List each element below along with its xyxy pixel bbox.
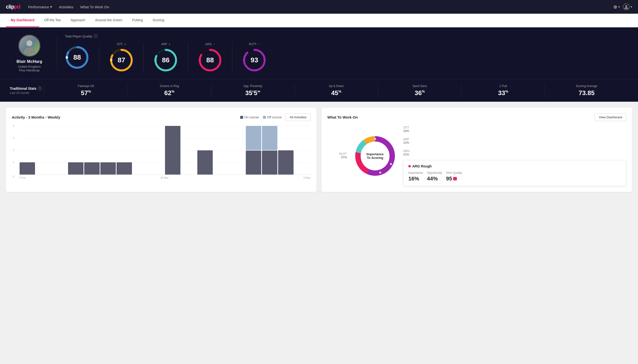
scores-grid: 88 OTT ↗ 87 [65, 42, 628, 72]
bar-group [68, 126, 84, 174]
score-app: APP ↗ 86 [144, 42, 188, 72]
score-value-app: 86 [162, 56, 169, 64]
quality-help-icon[interactable]: ? [94, 34, 98, 38]
score-label-putt: PUTT ↗ [249, 42, 260, 46]
svg-point-23 [374, 138, 376, 140]
svg-point-1 [625, 5, 627, 7]
x-label-3: 9 May [303, 176, 311, 179]
score-label-arg: ARG ↗ [205, 42, 215, 46]
shot-quality-metric: Shot Quality 95 ↓ [446, 171, 462, 182]
bar-on-course [246, 150, 261, 175]
view-dashboard-button[interactable]: View Dashboard [595, 114, 626, 121]
tab-my-dashboard[interactable]: My Dashboard [6, 14, 39, 27]
bar-on-course [117, 162, 132, 174]
nav-performance[interactable]: Performance ▾ [28, 3, 52, 10]
tab-approach[interactable]: Approach [66, 14, 90, 27]
logo[interactable]: clippd [6, 4, 20, 10]
bar-group [165, 126, 180, 174]
x-label-2: 28 Mar [160, 176, 168, 179]
bar-group [262, 126, 277, 174]
on-course-dot [240, 116, 243, 119]
tab-putting[interactable]: Putting [127, 14, 148, 27]
bar-group [84, 126, 100, 174]
score-circle-ott: 87 [109, 48, 134, 72]
tabs-bar: My Dashboard Off the Tee Approach Around… [0, 14, 638, 28]
add-button[interactable]: ⊕ ▾ [613, 4, 620, 10]
bar-on-course [100, 162, 116, 174]
score-ott: OTT ↗ 87 [99, 42, 144, 72]
shot-quality-badge: ↓ [453, 177, 457, 180]
total-quality-label: Total Player Quality ? [65, 34, 628, 38]
score-value-arg: 88 [206, 56, 214, 64]
tab-around-the-green[interactable]: Around the Green [90, 14, 127, 27]
donut-chart: Importance To Scoring [352, 133, 398, 179]
stat-fairways-hit: Fairways Hit 57% [44, 84, 128, 97]
x-label-1: 7 Feb [19, 176, 26, 179]
arg-rough-dot [408, 165, 411, 168]
legend-on-course: On course [240, 116, 259, 119]
score-putt: PUTT ↗ 93 [232, 42, 276, 72]
bar-group [278, 126, 294, 174]
opportunity-metric: Opportunity 44% [427, 171, 442, 182]
tab-off-the-tee[interactable]: Off the Tee [39, 14, 66, 27]
bar-on-course [262, 150, 277, 175]
bar-group [214, 126, 229, 174]
bar-group [197, 126, 213, 174]
donut-left-labels: PUTT 57% [327, 152, 347, 160]
bar-off-course [246, 126, 261, 150]
nav-links: Performance ▾ Activities What To Work On [28, 3, 605, 10]
importance-metric: Importance 16% [408, 171, 423, 182]
donut-right-labels: OTT 10% APP 12% ARG 21% [403, 126, 626, 156]
bar-group [52, 126, 67, 174]
user-menu[interactable]: ▾ [623, 4, 632, 10]
bar-group [149, 126, 164, 174]
score-circle-arg: 88 [198, 48, 222, 72]
ott-donut-label: OTT 10% [403, 126, 626, 133]
chart-legend: On course Off course All Activities [240, 114, 311, 121]
bar-group [181, 126, 196, 174]
ott-trend-icon: ↗ [124, 43, 126, 46]
work-on-title: What To Work On [327, 115, 358, 119]
svg-point-8 [110, 59, 112, 61]
putt-label: PUTT 57% [327, 152, 347, 159]
bottom-panels: Activity - 3 Months - Weekly On course O… [0, 102, 638, 198]
scores-section: Total Player Quality ? 88 OTT ↗ [65, 34, 628, 72]
bar-on-course [20, 162, 35, 174]
top-navigation: clippd Performance ▾ Activities What To … [0, 0, 638, 14]
bar-group [100, 126, 116, 174]
arg-donut-label: ARG 21% [403, 149, 626, 156]
info-metrics: Importance 16% Opportunity 44% Shot Qual… [408, 171, 621, 182]
tab-scoring[interactable]: Scoring [148, 14, 169, 27]
score-label-app: APP ↗ [161, 42, 170, 46]
work-on-header: What To Work On View Dashboard [327, 114, 626, 121]
svg-point-25 [379, 172, 381, 174]
stat-app-proximity: App. Proximity 35'5" [211, 84, 295, 97]
score-value-overall: 88 [73, 54, 81, 61]
bar-group [20, 126, 35, 174]
player-name: Blair McHarg [17, 59, 42, 64]
svg-point-17 [243, 59, 245, 61]
bar-off-course [262, 126, 277, 150]
app-trend-icon: ↗ [168, 43, 170, 46]
nav-what-to-work-on[interactable]: What To Work On [80, 3, 109, 10]
score-value-ott: 87 [118, 56, 125, 64]
score-arg: ARG ↗ 88 [188, 42, 232, 72]
bar-group [246, 126, 261, 174]
trad-stats-help-icon[interactable]: ? [38, 86, 42, 90]
score-value-putt: 93 [251, 56, 258, 64]
chart-x-axis: 7 Feb 28 Mar 9 May [19, 175, 311, 179]
player-info: Blair McHarg United Kingdom Plus Handica… [10, 35, 49, 72]
all-activities-button[interactable]: All Activities [285, 114, 311, 121]
score-overall: 88 [65, 45, 99, 70]
stat-greens-in-reg: Greens In Reg 62% [128, 84, 211, 97]
score-circle-overall: 88 [65, 45, 89, 70]
bar-on-course [84, 162, 100, 174]
bar-on-course [68, 162, 84, 174]
score-label-ott: OTT ↗ [117, 42, 126, 46]
nav-activities[interactable]: Activities [59, 3, 73, 10]
donut-right-section: OTT 10% APP 12% ARG 21% [403, 126, 626, 186]
bar-group [294, 126, 310, 174]
off-course-dot [263, 116, 266, 119]
activity-chart-title: Activity - 3 Months - Weekly [12, 115, 60, 119]
svg-point-2 [27, 40, 32, 46]
